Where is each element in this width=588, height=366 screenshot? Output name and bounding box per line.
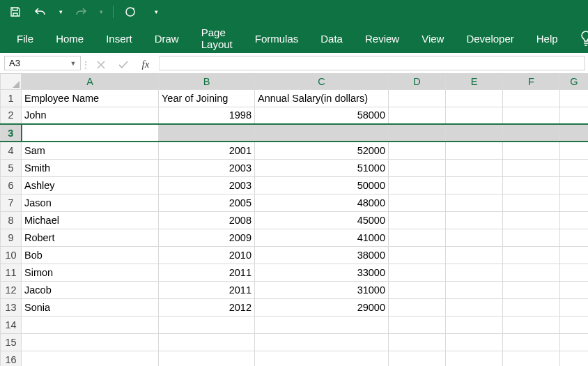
cell-G8[interactable] <box>560 211 589 229</box>
cell-D6[interactable] <box>389 176 446 194</box>
cell-G1[interactable] <box>560 89 589 107</box>
cell-C6[interactable]: 50000 <box>255 176 389 194</box>
cell-G12[interactable] <box>560 281 589 298</box>
cell-E1[interactable] <box>446 89 503 107</box>
cell-G7[interactable] <box>560 194 589 211</box>
cell-E3[interactable] <box>446 124 503 142</box>
row-header[interactable]: 9 <box>1 229 22 246</box>
cell-B10[interactable]: 2010 <box>159 246 255 264</box>
cell-F12[interactable] <box>503 281 560 298</box>
cell-B16[interactable] <box>159 351 255 366</box>
row-header[interactable]: 6 <box>1 176 22 194</box>
cell-D10[interactable] <box>389 246 446 264</box>
cell-F11[interactable] <box>503 264 560 281</box>
tab-developer[interactable]: Developer <box>465 29 515 49</box>
cell-F16[interactable] <box>503 351 560 366</box>
cell-A2[interactable]: John <box>22 107 159 124</box>
cell-G10[interactable] <box>560 246 589 264</box>
cell-A6[interactable]: Ashley <box>22 176 159 194</box>
cell-G4[interactable] <box>560 142 589 159</box>
cell-E7[interactable] <box>446 194 503 211</box>
tab-page-layout[interactable]: Page Layout <box>200 22 234 54</box>
cell-F14[interactable] <box>503 316 560 333</box>
cell-E2[interactable] <box>446 107 503 124</box>
cell-F6[interactable] <box>503 176 560 194</box>
cell-C9[interactable]: 41000 <box>255 229 389 246</box>
cell-B4[interactable]: 2001 <box>159 142 255 159</box>
cell-A1[interactable]: Employee Name <box>22 89 159 107</box>
tab-data[interactable]: Data <box>319 29 344 49</box>
cell-G6[interactable] <box>560 176 589 194</box>
cell-F9[interactable] <box>503 229 560 246</box>
tab-view[interactable]: View <box>420 29 445 49</box>
cell-C13[interactable]: 29000 <box>255 298 389 316</box>
cell-D9[interactable] <box>389 229 446 246</box>
cell-B6[interactable]: 2003 <box>159 176 255 194</box>
save-icon[interactable] <box>7 3 24 20</box>
tab-insert[interactable]: Insert <box>105 29 134 49</box>
cell-C8[interactable]: 45000 <box>255 211 389 229</box>
cell-B7[interactable]: 2005 <box>159 194 255 211</box>
cell-E16[interactable] <box>446 351 503 366</box>
row-header[interactable]: 7 <box>1 194 22 211</box>
cell-D14[interactable] <box>389 316 446 333</box>
cell-E14[interactable] <box>446 316 503 333</box>
row-header[interactable]: 5 <box>1 159 22 176</box>
row-header[interactable]: 16 <box>1 351 22 366</box>
row-header[interactable]: 14 <box>1 316 22 333</box>
cell-D7[interactable] <box>389 194 446 211</box>
tell-me-icon[interactable] <box>579 29 588 47</box>
cell-E9[interactable] <box>446 229 503 246</box>
cell-A12[interactable]: Jacob <box>22 281 159 298</box>
spreadsheet-grid[interactable]: A B C D E F G 1Employee NameYear of Join… <box>0 74 588 366</box>
cell-D13[interactable] <box>389 298 446 316</box>
cell-E4[interactable] <box>446 142 503 159</box>
col-header-B[interactable]: B <box>159 74 255 89</box>
cell-C2[interactable]: 58000 <box>255 107 389 124</box>
row-header[interactable]: 3 <box>1 124 22 142</box>
cell-A9[interactable]: Robert <box>22 229 159 246</box>
cell-B13[interactable]: 2012 <box>159 298 255 316</box>
touch-mode-icon[interactable] <box>122 3 139 20</box>
cell-F5[interactable] <box>503 159 560 176</box>
cell-E6[interactable] <box>446 176 503 194</box>
cell-G16[interactable] <box>560 351 589 366</box>
cell-F13[interactable] <box>503 298 560 316</box>
col-header-E[interactable]: E <box>446 74 503 89</box>
cell-B14[interactable] <box>159 316 255 333</box>
select-all-corner[interactable] <box>1 74 22 89</box>
cell-G3[interactable] <box>560 124 589 142</box>
tab-home[interactable]: Home <box>54 29 85 49</box>
cell-C1[interactable]: Annual Salary(in dollars) <box>255 89 389 107</box>
cell-A10[interactable]: Bob <box>22 246 159 264</box>
cell-A16[interactable] <box>22 351 159 366</box>
cell-E11[interactable] <box>446 264 503 281</box>
cell-C12[interactable]: 31000 <box>255 281 389 298</box>
cell-G2[interactable] <box>560 107 589 124</box>
cell-F8[interactable] <box>503 211 560 229</box>
cell-C11[interactable]: 33000 <box>255 264 389 281</box>
cell-D11[interactable] <box>389 264 446 281</box>
cell-B9[interactable]: 2009 <box>159 229 255 246</box>
tab-draw[interactable]: Draw <box>153 29 180 49</box>
tab-formulas[interactable]: Formulas <box>254 29 300 49</box>
customize-qat-icon[interactable]: ▾ <box>153 8 160 15</box>
cell-G11[interactable] <box>560 264 589 281</box>
cell-B15[interactable] <box>159 333 255 351</box>
cell-B3[interactable] <box>159 124 255 142</box>
row-header[interactable]: 13 <box>1 298 22 316</box>
tab-help[interactable]: Help <box>535 29 559 49</box>
row-header[interactable]: 10 <box>1 246 22 264</box>
cell-E8[interactable] <box>446 211 503 229</box>
cell-E5[interactable] <box>446 159 503 176</box>
col-header-D[interactable]: D <box>389 74 446 89</box>
cell-F1[interactable] <box>503 89 560 107</box>
cell-E10[interactable] <box>446 246 503 264</box>
cell-B8[interactable]: 2008 <box>159 211 255 229</box>
col-header-G[interactable]: G <box>560 74 589 89</box>
cell-C4[interactable]: 52000 <box>255 142 389 159</box>
cell-F10[interactable] <box>503 246 560 264</box>
row-header[interactable]: 11 <box>1 264 22 281</box>
cell-C10[interactable]: 38000 <box>255 246 389 264</box>
cell-A13[interactable]: Sonia <box>22 298 159 316</box>
